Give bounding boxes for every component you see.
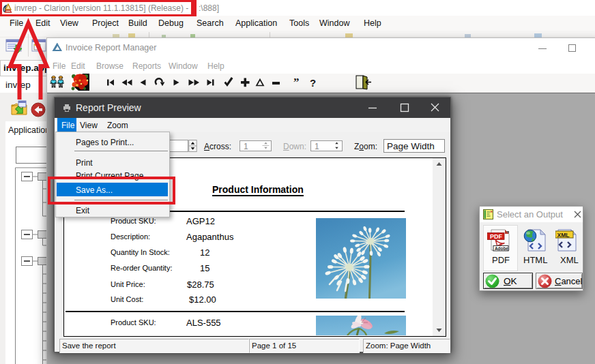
svg-text:”: ” [293,76,300,89]
svg-text:XML: XML [557,232,570,239]
svg-text:Adobe: Adobe [495,246,508,251]
svg-text:PDF: PDF [490,233,503,240]
svg-text:?: ? [310,77,316,89]
